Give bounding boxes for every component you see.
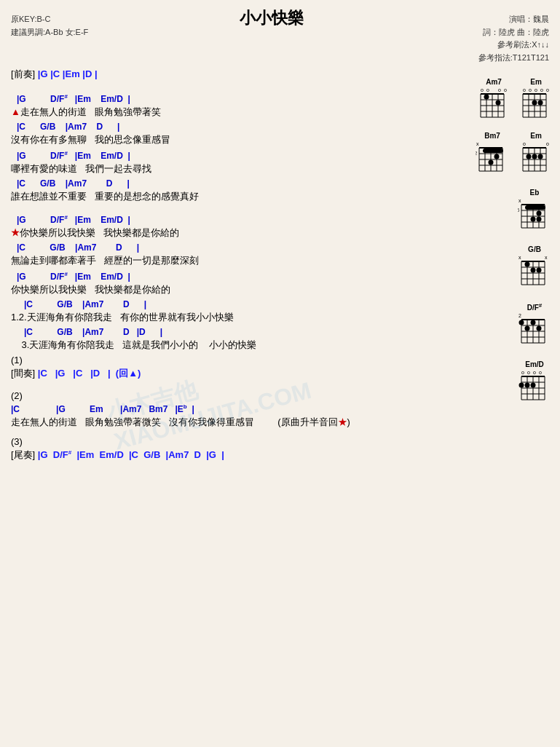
key-info: 原KEY:B-C 建議男調:A-Bb 女:E-F: [11, 7, 88, 39]
svg-point-46: [489, 160, 494, 165]
verse1-lyrics4: 誰在想誰並不重要 重要的是想念的感覺真好: [11, 190, 451, 203]
interlude-line: [間奏] |C |G |C |D | (回▲): [11, 367, 451, 380]
chord-gb: G/B x x: [518, 245, 551, 293]
outro-line: [尾奏] |G D/F# |Em Em/D |C G/B |Am7 D |G |: [11, 448, 451, 462]
svg-point-47: [494, 154, 500, 159]
svg-text:o: o: [535, 87, 537, 92]
chord-bm7: Bm7 x 2: [476, 132, 509, 180]
svg-point-92: [531, 268, 536, 273]
svg-text:x: x: [545, 255, 548, 260]
svg-text:o: o: [481, 87, 484, 92]
section-3: (3): [11, 436, 451, 447]
chord-line-2: |C G/B |Am7 D |: [17, 120, 451, 133]
svg-text:x: x: [518, 198, 521, 203]
chord-diagrams: Am7 o o o o: [460, 76, 554, 416]
svg-text:x: x: [476, 141, 479, 146]
chord-line-3: |G D/F# |Em Em/D |: [17, 149, 451, 162]
svg-point-76: [531, 217, 536, 222]
chord-line-4: |C G/B |Am7 D |: [17, 177, 451, 190]
verse1-lyrics1: ▲走在無人的街道 眼角勉強帶著笑: [11, 106, 451, 119]
svg-text:o: o: [546, 87, 549, 92]
chorus1-lyrics3: 你快樂所以我快樂 我快樂都是你給的: [11, 283, 451, 296]
svg-text:o: o: [533, 370, 536, 375]
svg-text:o: o: [540, 87, 543, 92]
chord-eb: Eb x 6: [518, 189, 551, 237]
chorus1-lyrics4: 1.2.天涯海角有你陪我走 有你的世界就有我小小快樂: [11, 311, 451, 324]
svg-point-62: [538, 154, 543, 159]
chorus1-lyrics5: 3.天涯海角有你陪我走 這就是我們小小的 小小的快樂: [11, 339, 451, 352]
svg-text:o: o: [546, 141, 549, 146]
svg-point-15: [496, 100, 501, 106]
page-title: 小小快樂: [88, 7, 454, 29]
svg-text:o: o: [527, 370, 530, 375]
svg-point-124: [525, 383, 530, 388]
section-1: (1): [11, 355, 451, 365]
svg-text:o: o: [498, 87, 501, 92]
chord-dfsharp: D/F# 2: [518, 302, 551, 352]
svg-text:6: 6: [518, 207, 520, 213]
svg-point-107: [531, 320, 536, 325]
svg-point-77: [537, 211, 542, 216]
svg-point-91: [525, 262, 530, 267]
svg-text:2: 2: [518, 313, 521, 318]
svg-point-78: [537, 217, 542, 222]
chord-line-6: |C G/B |Am7 D |: [17, 241, 451, 254]
svg-point-106: [525, 326, 530, 331]
svg-text:2: 2: [476, 150, 478, 157]
svg-rect-75: [525, 205, 545, 210]
svg-text:o: o: [504, 87, 507, 92]
chord-line-9: |C G/B |Am7 D |D |: [24, 325, 451, 339]
verse2-lyrics: 走在無人的街道 眼角勉強帶著微笑 沒有你我像得重感冒 (原曲升半音回★): [11, 416, 451, 429]
verse2-chords: |C |G Em |Am7 Bm7 |Eb |: [11, 403, 451, 416]
chord-line-7: |G D/F# |Em Em/D |: [17, 270, 451, 283]
chord-em: Em o o o o o: [521, 78, 551, 123]
svg-text:o: o: [539, 370, 542, 375]
svg-point-108: [537, 326, 542, 331]
chord-emd: Em/D o o o o: [518, 360, 551, 408]
svg-text:o: o: [486, 87, 489, 92]
chorus1-lyrics2: 無論走到哪都牽著手 經歷的一切是那麼深刻: [11, 254, 451, 267]
chorus1-lyrics1: ★你快樂所以我快樂 我快樂都是你給的: [11, 226, 451, 240]
svg-point-60: [527, 154, 532, 159]
svg-point-105: [519, 320, 524, 325]
chord-em2: Em o o: [521, 132, 551, 180]
svg-point-93: [537, 268, 542, 273]
svg-point-61: [532, 154, 537, 159]
verse1-lyrics3: 哪裡有愛的味道 我們一起去尋找: [11, 162, 451, 175]
svg-text:o: o: [521, 370, 524, 375]
svg-text:o: o: [523, 87, 526, 92]
svg-point-31: [532, 100, 537, 106]
chord-line-5: |G D/F# |Em Em/D |: [17, 213, 451, 226]
prelude-line: [前奏] |G |C |Em |D |: [11, 68, 451, 81]
svg-rect-45: [483, 149, 503, 153]
section-2: (2): [11, 390, 451, 401]
svg-text:o: o: [523, 141, 526, 146]
chord-line-8: |C G/B |Am7 D |: [24, 298, 451, 311]
chord-am7: Am7 o o o o: [478, 78, 509, 123]
svg-point-14: [484, 95, 489, 100]
main-content: [前奏] |G |C |Em |D | |G D/F# |Em Em/D | ▲…: [11, 68, 451, 462]
svg-text:x: x: [518, 255, 521, 260]
verse1-lyrics2: 沒有你在有多無聊 我的思念像重感冒: [11, 133, 451, 146]
credits: 演唱：魏晨 詞：陸虎 曲：陸虎 參考刷法:X↑↓↓ 參考指法:T121T121: [454, 7, 549, 64]
svg-point-125: [531, 383, 536, 388]
svg-text:o: o: [529, 87, 532, 92]
chord-line-1: |G D/F# |Em Em/D |: [17, 92, 451, 106]
svg-point-123: [519, 383, 524, 388]
svg-point-32: [538, 100, 543, 106]
